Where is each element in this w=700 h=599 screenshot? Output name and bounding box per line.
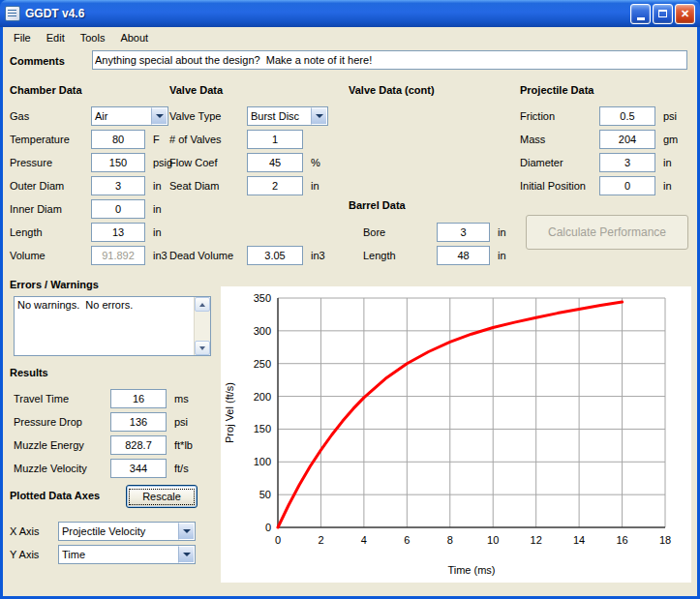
dropdown-arrow-icon [151, 107, 167, 125]
x-axis-value: Projectile Velocity [59, 523, 178, 540]
muzzle-energy-label: Muzzle Energy [14, 439, 103, 451]
svg-text:2: 2 [318, 534, 323, 546]
barrel-length-label: Length [363, 250, 429, 261]
dropdown-arrow-icon [311, 107, 327, 125]
app-icon [5, 6, 20, 21]
flow-coef-label: Flow Coef [169, 157, 239, 168]
maximize-button[interactable] [653, 4, 673, 24]
pressure-drop-label: Pressure Drop [14, 416, 103, 428]
travel-time-field[interactable] [110, 389, 167, 408]
scroll-up-icon[interactable] [195, 297, 210, 312]
outer-diam-field[interactable] [91, 176, 145, 195]
maximize-icon [658, 10, 667, 17]
travel-time-label: Travel Time [14, 393, 103, 404]
chamber-length-unit: in [153, 226, 162, 238]
app-window: GGDT v4.6 ✕ File Edit Tools About Commen… [0, 0, 700, 599]
outer-diam-label: Outer Diam [10, 180, 83, 192]
muzzle-velocity-unit: ft/s [174, 463, 189, 474]
gas-select[interactable]: Air [91, 106, 168, 126]
svg-text:50: 50 [259, 489, 271, 500]
errors-box[interactable]: No warnings. No errors. [14, 296, 211, 356]
travel-time-unit: ms [174, 393, 189, 404]
svg-text:150: 150 [254, 423, 271, 434]
inner-diam-field[interactable] [91, 199, 145, 219]
svg-text:14: 14 [573, 534, 585, 546]
pressure-drop-unit: psi [174, 416, 188, 428]
rescale-button[interactable]: Rescale [126, 485, 198, 508]
chamber-heading: Chamber Data [10, 84, 82, 96]
comments-input[interactable] [92, 50, 687, 70]
inner-diam-unit: in [153, 203, 162, 215]
results-heading: Results [10, 367, 48, 378]
chamber-length-label: Length [10, 226, 83, 238]
rescale-label: Rescale [129, 489, 195, 505]
menu-tools[interactable]: Tools [73, 29, 113, 46]
dead-volume-label: Dead Volume [169, 250, 239, 261]
menu-file[interactable]: File [6, 29, 39, 46]
valve-heading: Valve Data [169, 84, 223, 96]
seat-diam-field[interactable] [247, 176, 303, 195]
dead-volume-unit: in3 [311, 250, 325, 261]
minimize-icon [637, 17, 645, 20]
axes-heading: Plotted Data Axes [10, 490, 100, 501]
svg-text:10: 10 [487, 534, 499, 546]
muzzle-velocity-field[interactable] [110, 459, 167, 478]
pressure-field[interactable] [91, 153, 145, 172]
valve-type-select[interactable]: Burst Disc [247, 106, 328, 126]
chamber-length-field[interactable] [91, 223, 145, 242]
inner-diam-label: Inner Diam [10, 203, 83, 215]
friction-field[interactable] [599, 106, 655, 126]
diameter-field[interactable] [599, 153, 655, 172]
client-area: File Edit Tools About Comments Chamber D… [3, 27, 697, 596]
menu-edit[interactable]: Edit [39, 29, 73, 46]
errors-scrollbar[interactable] [194, 297, 210, 355]
temperature-label: Temperature [10, 134, 83, 145]
svg-text:12: 12 [531, 534, 542, 546]
svg-text:18: 18 [659, 534, 671, 546]
svg-text:250: 250 [254, 358, 271, 370]
diameter-label: Diameter [520, 157, 592, 168]
muzzle-energy-field[interactable] [110, 435, 167, 455]
barrel-heading: Barrel Data [349, 199, 406, 211]
y-axis-label: Y Axis [10, 549, 50, 560]
svg-text:6: 6 [404, 534, 410, 546]
mass-field[interactable] [599, 130, 655, 149]
temperature-unit: F [153, 134, 160, 145]
friction-unit: psi [663, 110, 677, 122]
menubar: File Edit Tools About [3, 27, 697, 48]
initial-position-field[interactable] [599, 176, 655, 195]
x-axis-select[interactable]: Projectile Velocity [58, 522, 196, 541]
bore-label: Bore [363, 226, 429, 238]
pressure-drop-field[interactable] [110, 412, 167, 432]
bore-field[interactable] [437, 223, 490, 242]
temperature-field[interactable] [91, 130, 145, 149]
svg-text:Proj Vel (ft/s): Proj Vel (ft/s) [224, 382, 235, 443]
dead-volume-field[interactable] [247, 246, 303, 265]
close-button[interactable]: ✕ [675, 4, 695, 24]
errors-text: No warnings. No errors. [15, 297, 194, 355]
svg-text:8: 8 [447, 534, 453, 546]
initial-position-unit: in [663, 180, 672, 192]
scroll-down-icon[interactable] [195, 341, 210, 355]
y-axis-select[interactable]: Time [58, 545, 196, 564]
bore-unit: in [498, 226, 506, 238]
barrel-length-field[interactable] [437, 246, 490, 265]
svg-text:4: 4 [361, 534, 367, 546]
minimize-button[interactable] [630, 4, 651, 24]
initial-position-label: Initial Position [520, 180, 592, 192]
valve-type-label: Valve Type [169, 110, 239, 122]
gas-label: Gas [10, 110, 83, 122]
svg-text:200: 200 [254, 391, 271, 403]
flow-coef-unit: % [311, 157, 320, 168]
volume-unit: in3 [153, 250, 167, 261]
muzzle-energy-unit: ft*lb [174, 439, 193, 451]
flow-coef-field[interactable] [247, 153, 303, 172]
menu-about[interactable]: About [112, 29, 156, 46]
muzzle-velocity-label: Muzzle Velocity [14, 463, 103, 474]
outer-diam-unit: in [153, 180, 162, 192]
y-axis-value: Time [59, 546, 178, 563]
num-valves-field[interactable] [247, 130, 303, 149]
friction-label: Friction [520, 110, 592, 122]
x-axis-label: X Axis [10, 525, 50, 537]
titlebar: GGDT v4.6 ✕ [0, 0, 700, 27]
